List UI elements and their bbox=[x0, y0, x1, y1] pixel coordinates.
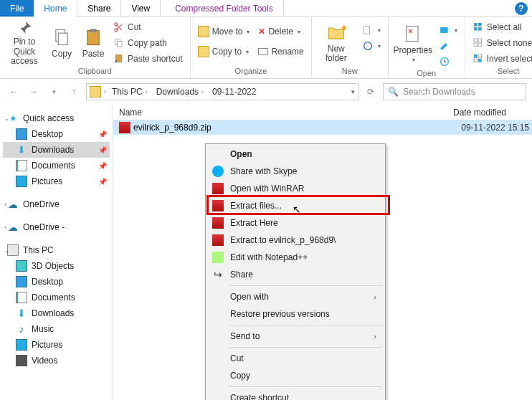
document-icon bbox=[16, 292, 27, 303]
copy-button[interactable]: Copy bbox=[47, 20, 76, 66]
winrar-icon bbox=[212, 234, 224, 246]
tab-share[interactable]: Share bbox=[77, 0, 121, 16]
select-none-icon bbox=[472, 37, 484, 49]
move-to-button[interactable]: Move to▾ bbox=[195, 24, 253, 39]
new-item-button[interactable]: ▾ bbox=[359, 23, 384, 37]
tab-compressed-tools[interactable]: Compressed Folder Tools bbox=[165, 0, 284, 16]
copy-path-icon bbox=[113, 37, 125, 49]
ctx-cut[interactable]: Cut bbox=[207, 350, 384, 367]
crumb-downloads[interactable]: Downloads› bbox=[153, 87, 206, 97]
nav-videos[interactable]: Videos bbox=[3, 353, 110, 368]
ctx-notepad-label: Edit with Notepad++ bbox=[230, 252, 308, 262]
winrar-icon bbox=[212, 200, 224, 211]
select-all-label: Select all bbox=[487, 22, 522, 32]
address-bar[interactable]: › This PC› Downloads› 09-11-2022 ▾ bbox=[86, 83, 358, 100]
nav-dl2-label: Downloads bbox=[32, 308, 74, 318]
svg-rect-10 bbox=[364, 27, 369, 34]
ctx-open-winrar[interactable]: Open with WinRAR bbox=[207, 180, 384, 197]
delete-button[interactable]: ✕Delete▾ bbox=[255, 24, 306, 39]
refresh-button[interactable]: ⟳ bbox=[363, 84, 379, 100]
select-none-button[interactable]: Select none bbox=[470, 36, 532, 50]
easy-access-button[interactable]: ▾ bbox=[359, 39, 384, 53]
navigation-pane: ⌄Quick access Desktop📌 Downloads📌 Docume… bbox=[0, 105, 113, 400]
ctx-restore-label: Restore previous versions bbox=[230, 309, 330, 319]
search-box[interactable]: 🔍 Search Downloads bbox=[383, 83, 526, 100]
chevron-down-icon: ▾ bbox=[246, 49, 249, 55]
nav-this-pc[interactable]: ⌄This PC bbox=[3, 242, 110, 258]
new-folder-button[interactable]: ✦ Newfolder bbox=[316, 20, 356, 66]
nav-documents-2[interactable]: Documents bbox=[3, 290, 110, 305]
help-icon[interactable]: ? bbox=[515, 2, 528, 15]
cut-label: Cut bbox=[128, 22, 141, 32]
open-button[interactable]: ▾ bbox=[436, 23, 460, 37]
pictures-icon bbox=[16, 339, 27, 351]
paste-icon bbox=[83, 27, 103, 47]
tab-share-label: Share bbox=[87, 4, 110, 14]
nav-pics-label: Pictures bbox=[32, 176, 62, 186]
nav-music[interactable]: Music bbox=[3, 321, 110, 337]
ctx-notepad[interactable]: Edit with Notepad++ bbox=[207, 249, 384, 266]
tab-view[interactable]: View bbox=[121, 0, 161, 16]
nav-onedrive-2[interactable]: ›OneDrive - bbox=[3, 219, 110, 235]
cloud-icon bbox=[7, 222, 19, 233]
ctx-extract-here[interactable]: Extract Here bbox=[207, 214, 384, 232]
nav-docs2-label: Documents bbox=[32, 292, 75, 303]
ctx-copy[interactable]: Copy bbox=[207, 367, 384, 384]
ctx-extract-to[interactable]: Extract to evilrick_p_968d9\ bbox=[207, 232, 384, 249]
ctx-send-to[interactable]: Send to› bbox=[207, 328, 384, 345]
pin-to-quick-access-button[interactable]: Pin to Quickaccess bbox=[4, 20, 44, 66]
column-name-label: Name bbox=[119, 108, 142, 118]
svg-rect-21 bbox=[474, 43, 478, 47]
nav-pictures[interactable]: Pictures📌 bbox=[3, 173, 110, 189]
crumb-this-pc[interactable]: This PC› bbox=[109, 87, 151, 97]
forward-button[interactable]: → bbox=[26, 84, 42, 100]
nav-od-label: OneDrive bbox=[23, 199, 60, 209]
column-name[interactable]: Name bbox=[113, 105, 453, 120]
ctx-share[interactable]: Share bbox=[207, 266, 384, 283]
ctx-open[interactable]: Open bbox=[207, 146, 384, 163]
recent-locations-button[interactable]: ▾ bbox=[46, 84, 62, 100]
paste-shortcut-label: Paste shortcut bbox=[128, 54, 183, 64]
up-button[interactable]: ↑ bbox=[66, 84, 82, 100]
paste-shortcut-button[interactable]: Paste shortcut bbox=[110, 52, 186, 66]
nav-vids-label: Videos bbox=[32, 356, 57, 366]
nav-onedrive[interactable]: ›OneDrive bbox=[3, 196, 110, 212]
ctx-skype[interactable]: Share with Skype bbox=[207, 163, 384, 180]
address-dropdown-icon[interactable]: ▾ bbox=[351, 88, 355, 95]
nav-quick-access[interactable]: ⌄Quick access bbox=[3, 110, 110, 126]
nav-3d-objects[interactable]: 3D Objects bbox=[3, 258, 110, 274]
svg-rect-1 bbox=[58, 33, 67, 44]
tab-home[interactable]: Home bbox=[34, 1, 77, 17]
copy-to-button[interactable]: Copy to▾ bbox=[195, 44, 253, 59]
rename-button[interactable]: Rename bbox=[255, 44, 306, 59]
nav-desktop[interactable]: Desktop📌 bbox=[3, 126, 110, 142]
ctx-open-with[interactable]: Open with› bbox=[207, 288, 384, 305]
chevron-down-icon: ▾ bbox=[298, 29, 300, 35]
crumb-folder[interactable]: 09-11-2022 bbox=[209, 87, 259, 97]
file-row[interactable]: evilrick_p_968d9.zip 09-11-2022 15:15 bbox=[113, 120, 532, 135]
nav-documents[interactable]: Documents📌 bbox=[3, 158, 110, 173]
paste-button[interactable]: Paste bbox=[79, 20, 108, 66]
paste-shortcut-icon bbox=[113, 53, 125, 65]
svg-rect-24 bbox=[478, 59, 482, 62]
ctx-restore[interactable]: Restore previous versions bbox=[207, 305, 384, 323]
ctx-extract-files[interactable]: Extract files... bbox=[207, 197, 384, 214]
select-none-label: Select none bbox=[487, 38, 532, 48]
invert-selection-button[interactable]: Invert selection bbox=[470, 52, 532, 66]
nav-downloads-2[interactable]: Downloads bbox=[3, 305, 110, 321]
column-date[interactable]: Date modified bbox=[453, 105, 532, 120]
group-open-label: Open bbox=[393, 69, 460, 79]
ctx-extractto-label: Extract to evilrick_p_968d9\ bbox=[230, 235, 336, 245]
nav-desktop-2[interactable]: Desktop bbox=[3, 274, 110, 290]
properties-button[interactable]: Properties ▾ bbox=[393, 20, 433, 66]
back-button[interactable]: ← bbox=[6, 84, 22, 100]
nav-downloads[interactable]: Downloads📌 bbox=[3, 142, 110, 158]
edit-button[interactable] bbox=[436, 39, 460, 53]
select-all-button[interactable]: Select all bbox=[470, 20, 532, 34]
history-button[interactable] bbox=[436, 54, 460, 69]
tab-file[interactable]: File bbox=[0, 0, 34, 16]
cut-button[interactable]: Cut bbox=[110, 20, 186, 34]
nav-pictures-2[interactable]: Pictures bbox=[3, 337, 110, 353]
copy-path-button[interactable]: Copy path bbox=[110, 36, 186, 50]
ctx-shortcut[interactable]: Create shortcut bbox=[207, 389, 384, 400]
